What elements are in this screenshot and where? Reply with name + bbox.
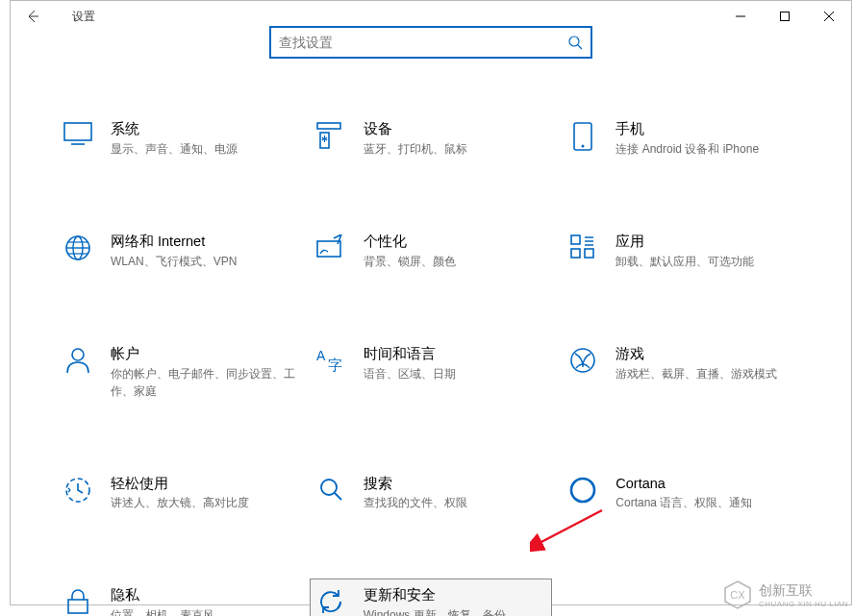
tile-ease-of-access[interactable]: 轻松使用 讲述人、放大镜、高对比度 <box>57 467 300 520</box>
tile-desc: 你的帐户、电子邮件、同步设置、工作、家庭 <box>111 365 296 400</box>
watermark-sub: CHUANG XIN HU LIAN <box>759 600 848 608</box>
tile-title: 隐私 <box>111 586 296 604</box>
tile-accounts[interactable]: 帐户 你的帐户、电子邮件、同步设置、工作、家庭 <box>57 337 300 407</box>
svg-rect-19 <box>571 235 580 244</box>
svg-line-31 <box>335 493 341 500</box>
tile-title: 设备 <box>364 120 549 138</box>
tile-phone[interactable]: 手机 连接 Android 设备和 iPhone <box>562 112 805 165</box>
phone-icon <box>565 122 600 151</box>
watermark: CX 创新互联 CHUANG XIN HU LIAN <box>722 579 848 610</box>
tile-title: 轻松使用 <box>111 475 296 493</box>
tile-title: 个性化 <box>364 233 549 251</box>
apps-icon <box>565 234 600 259</box>
tile-desc: 蓝牙、打印机、鼠标 <box>364 140 549 158</box>
watermark-brand: 创新互联 <box>759 582 848 600</box>
tile-title: 时间和语言 <box>364 345 549 363</box>
search-icon <box>567 35 583 50</box>
search-input[interactable] <box>279 35 567 50</box>
svg-point-25 <box>72 349 84 360</box>
tile-apps[interactable]: 应用 卸载、默认应用、可选功能 <box>562 225 805 278</box>
back-button[interactable] <box>11 1 55 32</box>
svg-rect-20 <box>571 249 580 258</box>
tile-title: Cortana <box>615 475 801 493</box>
svg-text:A: A <box>316 348 326 363</box>
tile-desc: 显示、声音、通知、电源 <box>111 140 296 158</box>
window-title: 设置 <box>55 9 95 25</box>
minimize-icon <box>736 12 745 21</box>
tile-title: 游戏 <box>615 345 801 363</box>
system-icon <box>61 122 95 145</box>
svg-point-32 <box>571 479 594 502</box>
svg-rect-2 <box>781 12 790 21</box>
svg-text:CX: CX <box>730 589 745 601</box>
svg-rect-7 <box>64 123 91 140</box>
svg-point-5 <box>569 37 579 46</box>
title-bar: 设置 <box>11 1 851 32</box>
svg-line-6 <box>578 45 582 49</box>
tile-title: 搜索 <box>364 475 549 493</box>
language-icon: A字 <box>314 347 348 374</box>
tile-network[interactable]: 网络和 Internet WLAN、飞行模式、VPN <box>57 225 300 278</box>
tile-desc: 位置、相机、麦克风 <box>111 606 296 616</box>
tile-desc: Cortana 语言、权限、通知 <box>615 494 801 511</box>
tile-desc: 背景、锁屏、颜色 <box>364 253 549 270</box>
person-icon <box>61 347 95 374</box>
update-icon <box>314 588 348 615</box>
svg-text:字: 字 <box>328 357 342 373</box>
tile-desc: Windows 更新、恢复、备份 <box>364 606 549 616</box>
watermark-logo: CX <box>722 579 753 610</box>
settings-window: 设置 <box>10 0 852 605</box>
tile-title: 应用 <box>615 233 801 251</box>
paintbrush-icon <box>314 234 348 259</box>
tile-update-security[interactable]: 更新和安全 Windows 更新、恢复、备份 <box>310 579 553 616</box>
tile-desc: 讲述人、放大镜、高对比度 <box>111 494 296 511</box>
svg-rect-9 <box>317 123 340 129</box>
xbox-icon <box>565 347 600 374</box>
settings-grid: 系统 显示、声音、通知、电源 设备 蓝牙、打印机、鼠标 手机 连接 Androi… <box>11 112 851 616</box>
devices-icon <box>314 122 348 149</box>
tile-desc: 语音、区域、日期 <box>364 365 549 382</box>
tile-desc: 游戏栏、截屏、直播、游戏模式 <box>615 365 801 382</box>
tile-desc: 查找我的文件、权限 <box>364 494 549 511</box>
back-icon <box>25 9 40 24</box>
svg-point-12 <box>582 145 585 148</box>
tile-personalization[interactable]: 个性化 背景、锁屏、颜色 <box>310 225 553 278</box>
svg-point-30 <box>321 480 337 495</box>
tile-desc: 连接 Android 设备和 iPhone <box>615 140 801 158</box>
tile-cortana[interactable]: Cortana Cortana 语言、权限、通知 <box>562 467 805 520</box>
close-button[interactable] <box>807 1 851 32</box>
svg-rect-33 <box>68 600 88 613</box>
minimize-button[interactable] <box>718 1 763 32</box>
page-edge <box>0 0 10 616</box>
maximize-icon <box>780 12 790 21</box>
tile-search[interactable]: 搜索 查找我的文件、权限 <box>310 467 553 520</box>
cortana-icon <box>565 477 600 504</box>
tile-devices[interactable]: 设备 蓝牙、打印机、鼠标 <box>310 112 553 165</box>
tile-system[interactable]: 系统 显示、声音、通知、电源 <box>57 112 300 165</box>
ease-icon <box>61 477 95 504</box>
globe-icon <box>61 234 95 261</box>
tile-desc: WLAN、飞行模式、VPN <box>111 253 296 270</box>
svg-point-28 <box>571 349 594 372</box>
tile-title: 网络和 Internet <box>111 233 296 251</box>
magnifier-icon <box>314 477 348 502</box>
tile-title: 更新和安全 <box>364 586 549 604</box>
tile-time-language[interactable]: A字 时间和语言 语音、区域、日期 <box>310 337 553 407</box>
window-controls <box>718 1 851 32</box>
tile-gaming[interactable]: 游戏 游戏栏、截屏、直播、游戏模式 <box>562 337 805 407</box>
maximize-button[interactable] <box>763 1 807 32</box>
lock-icon <box>61 588 95 615</box>
tile-privacy[interactable]: 隐私 位置、相机、麦克风 <box>57 579 300 616</box>
tile-title: 帐户 <box>111 345 296 363</box>
tile-title: 系统 <box>111 120 296 138</box>
tile-desc: 卸载、默认应用、可选功能 <box>615 253 801 270</box>
tile-title: 手机 <box>615 120 801 138</box>
close-icon <box>824 12 834 21</box>
svg-rect-21 <box>585 249 593 258</box>
